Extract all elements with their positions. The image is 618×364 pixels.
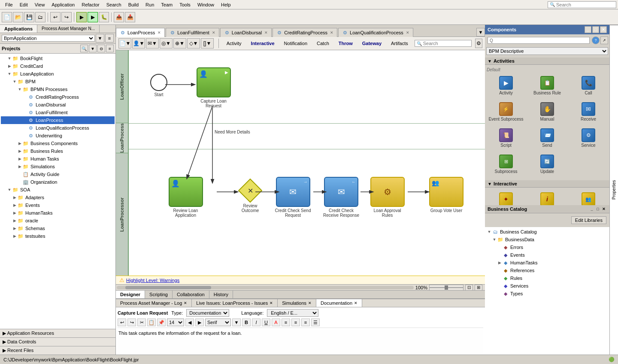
fmt-align-left[interactable]: ≡ <box>282 318 290 326</box>
tab-creditratingprocess[interactable]: ⚙ CreditRatingProcess ✕ <box>273 28 337 37</box>
comp-receive[interactable]: ✉ Receive <box>569 100 608 124</box>
proc-activity-btn[interactable]: Activity <box>224 39 245 47</box>
fmt-paste-btn[interactable]: 📌 <box>157 318 166 326</box>
commit-btn[interactable]: 📤 <box>114 12 124 22</box>
biz-edit-libraries-btn[interactable]: Edit Libraries <box>571 216 606 224</box>
tree-item-soa[interactable]: ▼ 📁 SOA <box>1 186 115 194</box>
biz-bizdata-folder[interactable]: ▼ 📁 BusinessData <box>486 236 609 243</box>
fmt-misc-btn[interactable]: ☰ <box>311 318 320 326</box>
review-loan-app-node[interactable]: 👤 Review Loan Application <box>167 177 204 218</box>
fmt-italic-btn[interactable]: I <box>252 318 261 326</box>
zoom-slider[interactable] <box>429 285 464 291</box>
menu-application[interactable]: Application <box>48 1 78 8</box>
log-tab-documentation[interactable]: Documentation ✕ <box>316 299 362 307</box>
biz-references[interactable]: ◆ References <box>486 267 609 274</box>
fmt-size-down[interactable]: ◀ <box>185 318 194 326</box>
tab-loanprocess[interactable]: ⚙ LoanProcess ✕ <box>116 28 165 37</box>
doc-type-dropdown[interactable]: Documentation <box>186 309 229 317</box>
tree-item-bookflight[interactable]: ▼ 📁 BookFlight <box>1 55 115 62</box>
tree-item-bizcomp[interactable]: ▶ 📁 Business Components <box>1 140 115 147</box>
close-log-tab-2[interactable]: ✕ <box>308 301 312 305</box>
close-log-tab-0[interactable]: ✕ <box>184 301 187 305</box>
close-tab-loanprocess[interactable]: ✕ <box>158 30 161 35</box>
fmt-align-right[interactable]: ≡ <box>301 318 310 326</box>
proc-catch-label-btn[interactable]: Catch <box>314 39 332 47</box>
comp-external-btn[interactable]: ↗ <box>600 36 608 44</box>
biz-minimize-btn[interactable]: _ <box>589 206 595 212</box>
proc-artifacts-label-btn[interactable]: Artifacts <box>388 39 411 47</box>
tab-scripting[interactable]: Scripting <box>145 291 173 298</box>
proc-gw-btn[interactable]: ◇▼ <box>187 38 200 49</box>
tabs-overflow-btn[interactable]: ▼ <box>476 28 485 36</box>
proj-menu-btn[interactable]: ≡ <box>106 45 114 52</box>
fmt-size-select[interactable]: 14 <box>167 318 184 326</box>
fmt-copy-btn[interactable]: 📋 <box>147 318 156 326</box>
fmt-size-up[interactable]: ▶ <box>195 318 204 326</box>
menu-run[interactable]: Run <box>142 1 158 8</box>
fmt-bold-btn[interactable]: B <box>242 318 251 326</box>
biz-types[interactable]: ◆ Types <box>486 290 609 297</box>
comp-close-btn[interactable]: ✕ <box>600 26 607 33</box>
bpmn-canvas[interactable]: Need More Details Start 👤 ▶ Capture Loan… <box>129 50 485 276</box>
comp-fyi[interactable]: i FYI <box>528 190 566 205</box>
log-tab-live-issues[interactable]: Live Issues: LoanProcess - Issues ✕ <box>192 299 278 307</box>
menu-view[interactable]: View <box>31 1 48 8</box>
fmt-font-select[interactable]: Serif <box>205 318 231 326</box>
tree-item-loandisbursal[interactable]: ⚙ LoanDisbursal <box>1 101 115 109</box>
capture-loan-request-node[interactable]: 👤 ▶ Capture Loan Request <box>195 67 232 108</box>
process-search-input[interactable] <box>423 41 470 46</box>
tree-item-humantasks2[interactable]: ▶ 📁 HumanTasks <box>1 209 115 217</box>
tree-item-schemas[interactable]: ▶ 📁 Schemas <box>1 224 115 232</box>
fmt-color-btn[interactable]: A <box>272 318 280 326</box>
comp-search-input[interactable] <box>494 38 588 43</box>
menu-team[interactable]: Team <box>158 1 176 8</box>
proj-filter-btn[interactable]: ▼ <box>89 45 97 52</box>
proc-catch-btn[interactable]: ◎▼ <box>160 38 173 49</box>
close-log-tab-1[interactable]: ✕ <box>270 301 273 305</box>
zoom-grid-btn[interactable]: ⊞ <box>475 285 482 291</box>
close-log-tab-3[interactable]: ✕ <box>354 301 357 305</box>
tree-item-events[interactable]: ▶ 📁 Events <box>1 201 115 209</box>
credit-check-recv-node[interactable]: ✉ ← Credit Check Receive Response <box>322 177 360 218</box>
tree-item-loanfulfillment[interactable]: ⚙ LoanFulfillment <box>1 109 115 116</box>
update-btn[interactable]: 📥 <box>125 12 135 22</box>
biz-catalog-root[interactable]: ▼ 🗂 Business Catalog <box>486 228 609 236</box>
fmt-underline-btn[interactable]: U <box>262 318 270 326</box>
proj-search-btn[interactable]: 🔍 <box>80 45 88 52</box>
doc-content[interactable]: This task captures the information of th… <box>118 330 483 353</box>
new-btn[interactable]: 📄 <box>2 12 12 22</box>
open-btn[interactable]: 📂 <box>13 12 23 22</box>
proc-notification-btn[interactable]: Notification <box>281 39 310 47</box>
biz-rules[interactable]: ◆ Rules <box>486 274 609 282</box>
menu-refactor[interactable]: Refactor <box>78 1 103 8</box>
tree-item-creditcard[interactable]: ▶ 📁 CreditCard <box>1 62 115 70</box>
comp-update[interactable]: 🔄 Update <box>528 152 566 176</box>
fmt-align-center[interactable]: ≡ <box>291 318 300 326</box>
menu-help[interactable]: Help <box>218 1 234 8</box>
tree-item-loanapp[interactable]: ▼ 📁 LoanApplication <box>1 70 115 78</box>
comp-minimize-btn[interactable]: _ <box>585 26 591 33</box>
fmt-font-dropdown[interactable]: ▼ <box>232 318 241 326</box>
fmt-cut-btn[interactable]: ✂ <box>137 318 146 326</box>
tab-loandisbursal[interactable]: ⚙ LoanDisbursal ✕ <box>220 28 272 37</box>
menu-window[interactable]: Window <box>194 1 218 8</box>
app-resources-link[interactable]: ▶ Application Resources <box>0 329 115 338</box>
interactive-section-header[interactable]: ▼ Interactive <box>485 180 609 188</box>
save-btn[interactable]: 💾 <box>24 12 34 22</box>
fmt-redo-btn[interactable]: ↪ <box>127 318 136 326</box>
h-scroll-track[interactable] <box>117 286 414 289</box>
tab-loanfullfilment[interactable]: ⚙ LoanFullfilment ✕ <box>166 28 219 37</box>
comp-send[interactable]: 📨 Send <box>528 126 566 150</box>
biz-humantasks[interactable]: ▶ ◆ HumanTasks <box>486 259 609 267</box>
close-tab-loanfullfilment[interactable]: ✕ <box>212 30 215 35</box>
tree-item-simulations[interactable]: ▶ 📁 Simulations <box>1 163 115 170</box>
app-expand-btn[interactable]: ▼ <box>96 34 104 42</box>
comp-category-dropdown[interactable]: BPM Descriptive <box>486 47 608 55</box>
comp-script[interactable]: 📜 Script <box>487 126 525 150</box>
data-controls-link[interactable]: ▶ Data Controls <box>0 338 115 346</box>
tab-collaboration[interactable]: Collaboration <box>173 291 209 298</box>
comp-service[interactable]: ⚙ Service <box>569 126 608 150</box>
comp-manual[interactable]: ✋ Manual <box>528 100 566 124</box>
menu-tools[interactable]: Tools <box>176 1 194 8</box>
redo-btn[interactable]: ↪ <box>61 12 72 22</box>
